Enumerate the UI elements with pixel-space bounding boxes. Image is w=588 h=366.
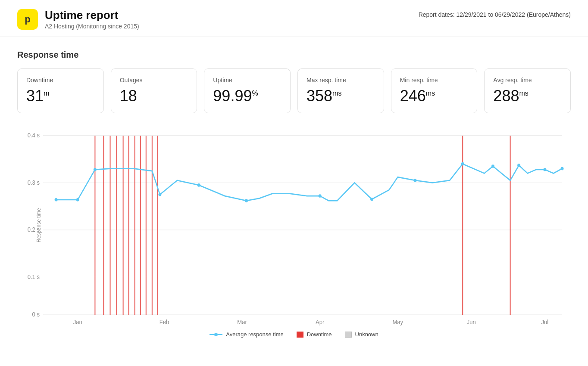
legend-unknown: Unknown bbox=[345, 331, 378, 338]
legend-unknown-icon bbox=[345, 332, 352, 338]
main-content: Response time Downtime 31m Outages 18 Up… bbox=[0, 37, 588, 350]
svg-text:Jan: Jan bbox=[73, 319, 82, 326]
legend-avg: Average response time bbox=[210, 331, 283, 338]
svg-text:0 s: 0 s bbox=[32, 311, 40, 318]
y-axis-label: Response time bbox=[36, 208, 42, 242]
page-header: p Uptime report A2 Hosting (Monitoring s… bbox=[0, 0, 588, 37]
header-text: Uptime report A2 Hosting (Monitoring sin… bbox=[45, 9, 139, 30]
svg-text:Mar: Mar bbox=[237, 319, 247, 326]
stat-value: 246ms bbox=[400, 87, 469, 105]
stat-label: Min resp. time bbox=[400, 77, 469, 84]
svg-point-40 bbox=[491, 164, 494, 168]
svg-text:Jun: Jun bbox=[467, 319, 476, 326]
stat-card-1: Outages 18 bbox=[111, 68, 197, 113]
legend-avg-icon bbox=[210, 334, 222, 335]
svg-text:0.1 s: 0.1 s bbox=[28, 273, 40, 280]
legend-downtime-label: Downtime bbox=[307, 331, 332, 338]
stats-row: Downtime 31m Outages 18 Uptime 99.99% Ma… bbox=[17, 68, 571, 113]
legend-unknown-label: Unknown bbox=[355, 331, 378, 338]
stat-card-2: Uptime 99.99% bbox=[204, 68, 291, 113]
stat-label: Avg resp. time bbox=[493, 77, 562, 84]
svg-point-36 bbox=[319, 194, 322, 198]
header-left: p Uptime report A2 Hosting (Monitoring s… bbox=[17, 9, 139, 30]
stat-card-5: Avg resp. time 288ms bbox=[484, 68, 571, 113]
stat-label: Downtime bbox=[26, 77, 95, 84]
svg-point-37 bbox=[370, 198, 373, 201]
svg-text:0.3 s: 0.3 s bbox=[28, 179, 40, 186]
svg-point-34 bbox=[197, 183, 200, 187]
legend-downtime: Downtime bbox=[297, 331, 332, 338]
chart-area: Response time 0.4 s 0.3 s 0.2 s 0.1 s 0 … bbox=[43, 126, 562, 324]
chart-container: Response time 0.4 s 0.3 s 0.2 s 0.1 s 0 … bbox=[17, 126, 571, 338]
stat-label: Max resp. time bbox=[307, 77, 375, 84]
svg-text:Feb: Feb bbox=[160, 319, 169, 326]
svg-point-41 bbox=[517, 164, 520, 167]
stat-card-4: Min resp. time 246ms bbox=[391, 68, 478, 113]
stat-card-0: Downtime 31m bbox=[17, 68, 104, 113]
svg-point-30 bbox=[55, 198, 58, 202]
chart-legend: Average response time Downtime Unknown bbox=[17, 331, 571, 338]
svg-point-35 bbox=[245, 199, 248, 202]
svg-point-42 bbox=[543, 168, 546, 171]
stat-value: 358ms bbox=[307, 87, 375, 105]
chart-svg: 0.4 s 0.3 s 0.2 s 0.1 s 0 s Jan Feb Mar … bbox=[43, 126, 562, 324]
stat-value: 288ms bbox=[493, 87, 562, 105]
svg-text:Apr: Apr bbox=[316, 319, 325, 326]
section-title: Response time bbox=[17, 50, 571, 60]
svg-point-31 bbox=[76, 198, 79, 202]
svg-point-33 bbox=[158, 193, 161, 196]
stat-card-3: Max resp. time 358ms bbox=[297, 68, 384, 113]
legend-avg-label: Average response time bbox=[226, 331, 283, 338]
svg-point-38 bbox=[413, 179, 416, 182]
stat-value: 18 bbox=[120, 87, 188, 105]
logo: p bbox=[17, 9, 38, 30]
svg-text:Jul: Jul bbox=[541, 319, 549, 326]
legend-downtime-icon bbox=[297, 332, 303, 338]
svg-point-32 bbox=[94, 168, 97, 171]
stat-label: Outages bbox=[120, 77, 188, 84]
page-title: Uptime report bbox=[45, 9, 139, 22]
stat-value: 31m bbox=[26, 87, 95, 105]
svg-point-43 bbox=[560, 167, 563, 171]
svg-point-39 bbox=[461, 162, 464, 166]
report-dates: Report dates: 12/29/2021 to 06/29/2022 (… bbox=[419, 9, 571, 18]
header-subtitle: A2 Hosting (Monitoring since 2015) bbox=[45, 23, 139, 30]
svg-text:May: May bbox=[392, 319, 403, 326]
svg-text:0.4 s: 0.4 s bbox=[28, 132, 40, 139]
stat-label: Uptime bbox=[213, 77, 281, 84]
stat-value: 99.99% bbox=[213, 87, 281, 105]
